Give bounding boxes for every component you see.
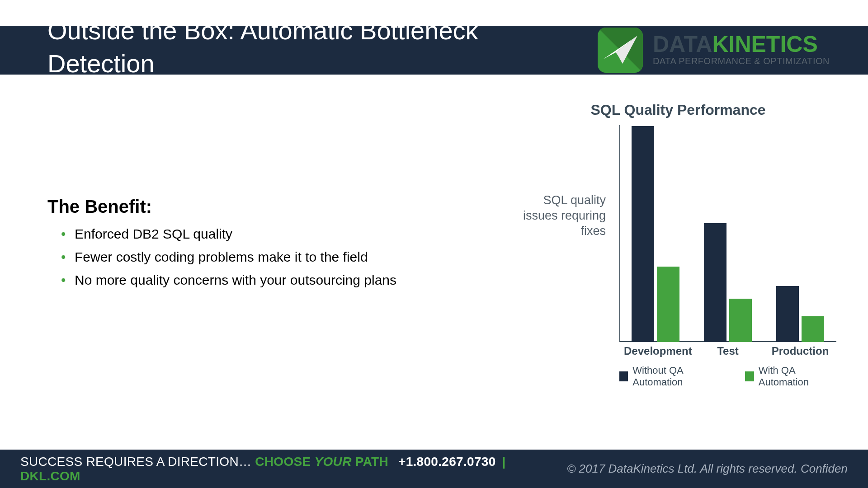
footer-left: SUCCESS REQUIRES A DIRECTION… CHOOSE YOU…: [20, 455, 567, 483]
chart-x-labels: DevelopmentTestProduction: [619, 345, 836, 357]
chart-bar: [729, 299, 752, 342]
list-item: Enforced DB2 SQL quality: [47, 222, 436, 245]
footer-text: CHOOSE: [255, 455, 314, 469]
legend-swatch: [745, 371, 754, 381]
footer-bar: SUCCESS REQUIRES A DIRECTION… CHOOSE YOU…: [0, 450, 868, 488]
chart-bar-group: [769, 286, 832, 342]
footer-phone: +1.800.267.0730: [398, 455, 495, 469]
chart-bar: [802, 316, 824, 342]
chart: SQL Quality Performance SQL quality issu…: [515, 102, 841, 342]
brand-tagline: DATA PERFORMANCE & OPTIMIZATION: [653, 56, 830, 66]
chart-x-tick: Test: [696, 345, 760, 357]
legend-swatch: [619, 371, 628, 381]
chart-x-tick: Development: [624, 345, 687, 357]
legend-label: With QA Automation: [759, 365, 836, 388]
brand-word-2: KINETICS: [712, 32, 817, 57]
footer-text: YOUR: [315, 455, 355, 469]
chart-x-tick: Production: [769, 345, 832, 357]
chart-bar: [657, 267, 679, 342]
chart-bar-group: [624, 126, 687, 342]
footer-site: DKL.COM: [20, 469, 80, 483]
chart-bar: [704, 223, 726, 342]
footer-text: SUCCESS REQUIRES A DIRECTION…: [20, 455, 255, 469]
footer-sep: |: [499, 455, 506, 469]
benefit-section: The Benefit: Enforced DB2 SQL quality Fe…: [47, 197, 436, 291]
chart-legend: Without QA AutomationWith QA Automation: [619, 365, 836, 388]
legend-item: With QA Automation: [745, 365, 836, 388]
chart-bar-group: [696, 223, 760, 342]
brand-logo: DATAKINETICS DATA PERFORMANCE & OPTIMIZA…: [598, 26, 830, 75]
chart-y-label: SQL quality issues requring fixes: [515, 193, 606, 239]
list-item: No more quality concerns with your outso…: [47, 268, 436, 291]
chart-bars: [619, 125, 836, 342]
page-title: Outside the Box: Automatic Bottleneck De…: [47, 14, 527, 80]
footer-text: PATH: [355, 455, 388, 469]
benefit-list: Enforced DB2 SQL quality Fewer costly co…: [47, 222, 436, 291]
list-item: Fewer costly coding problems make it to …: [47, 245, 436, 268]
chart-bar: [632, 126, 654, 342]
benefit-heading: The Benefit:: [47, 197, 436, 217]
legend-label: Without QA Automation: [632, 365, 722, 388]
paper-plane-icon: [598, 28, 643, 73]
chart-title: SQL Quality Performance: [515, 102, 841, 118]
brand-word-1: DATA: [653, 32, 712, 57]
footer-copyright: © 2017 DataKinetics Ltd. All rights rese…: [567, 462, 848, 476]
chart-bar: [776, 286, 799, 342]
brand-logo-text: DATAKINETICS DATA PERFORMANCE & OPTIMIZA…: [653, 34, 830, 67]
legend-item: Without QA Automation: [619, 365, 722, 388]
